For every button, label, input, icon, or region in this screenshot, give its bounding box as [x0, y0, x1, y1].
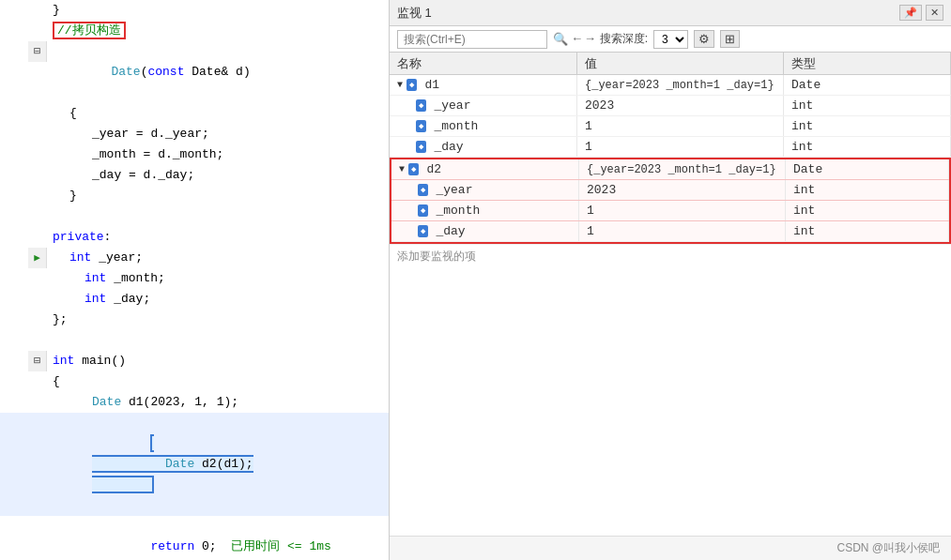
- watch-controls: 📌 ✕: [899, 5, 943, 21]
- code-line-main: ⊟ int main(): [0, 351, 389, 371]
- depth-select[interactable]: 3 1 2 4 5: [653, 30, 688, 49]
- code-line-month: int _month;: [0, 268, 389, 289]
- col-value: 值: [577, 53, 784, 74]
- code-line: }: [0, 0, 389, 21]
- td-d2year-value: 2023: [579, 180, 786, 200]
- code-line-d1: Date d1(2023, 1, 1);: [0, 392, 389, 413]
- arrow-left-icon[interactable]: ←: [574, 32, 581, 46]
- code-line-return: return 0; 已用时间 <= 1ms: [0, 516, 389, 560]
- table-header: 名称 值 类型: [390, 53, 951, 75]
- add-watch-row[interactable]: 添加要监视的项: [390, 244, 951, 268]
- comment-highlight: //拷贝构造: [53, 22, 126, 39]
- d2-type-badge: ◆: [408, 163, 419, 175]
- code-line-private: private:: [0, 227, 389, 248]
- code-line-copy-ctor: ⊟ Date(const Date& d): [0, 41, 389, 103]
- code-line: {: [0, 103, 389, 124]
- d2-highlight-group: ▼ ◆ d2 {_year=2023 _month=1 _day=1} Date…: [390, 158, 951, 244]
- td-d2-name: ▼ ◆ d2: [391, 159, 579, 179]
- watch-table: 名称 值 类型 ▼ ◆ d1 {_year=2023 _month=1 _day…: [390, 53, 951, 536]
- watch-panel: 监视 1 📌 ✕ 🔍 ← → 搜索深度: 3 1 2 4 5 ⚙ ⊞ 名称 值 …: [390, 0, 951, 560]
- table-row-d2-day[interactable]: ◆ _day 1 int: [391, 221, 949, 242]
- code-line: };: [0, 310, 389, 330]
- code-line-comment: //拷贝构造: [0, 21, 389, 41]
- td-d2month-type: int: [786, 201, 949, 220]
- watch-header: 监视 1 📌 ✕: [390, 0, 951, 26]
- code-content: } //拷贝构造 ⊟ Date(const Date& d) {: [0, 0, 389, 560]
- td-d1-name: ▼ ◆ d1: [390, 75, 577, 95]
- code-panel: } //拷贝构造 ⊟ Date(const Date& d) {: [0, 0, 390, 560]
- d2month-badge: ◆: [418, 204, 428, 217]
- d2day-badge: ◆: [418, 225, 428, 237]
- td-d1year-name: ◆ _year: [390, 96, 577, 115]
- d2year-badge: ◆: [418, 184, 428, 196]
- collapse-minus-main-icon[interactable]: ⊟: [34, 351, 40, 371]
- table-row-d1-day[interactable]: ◆ _day 1 int: [390, 137, 951, 158]
- footer-credit: CSDN @叫我小侯吧: [836, 540, 940, 556]
- table-row-d1-year[interactable]: ◆ _year 2023 int: [390, 96, 951, 116]
- td-d1month-type: int: [784, 116, 951, 136]
- d1year-badge: ◆: [416, 99, 426, 112]
- watch-refresh-button[interactable]: ⊞: [720, 30, 740, 48]
- code-line: }: [0, 186, 389, 206]
- td-d2-type: Date: [786, 159, 949, 179]
- footer: CSDN @叫我小侯吧: [390, 536, 951, 560]
- td-d1month-value: 1: [577, 116, 784, 136]
- td-d1-value: {_year=2023 _month=1 _day=1}: [577, 75, 784, 95]
- table-row-d1-month[interactable]: ◆ _month 1 int: [390, 116, 951, 137]
- search-icon: 🔍: [553, 32, 568, 47]
- arrow-right-icon[interactable]: →: [587, 32, 594, 46]
- td-d2-value: {_year=2023 _month=1 _day=1}: [579, 159, 786, 179]
- td-d1day-value: 1: [577, 137, 784, 157]
- watch-title: 监视 1: [397, 5, 432, 22]
- td-d2year-name: ◆ _year: [391, 180, 579, 200]
- code-line: _year = d._year;: [0, 124, 389, 144]
- d1month-badge: ◆: [416, 120, 426, 132]
- td-d1-type: Date: [784, 75, 951, 95]
- td-d2day-type: int: [786, 221, 949, 241]
- execution-arrow-icon: ▶: [34, 248, 40, 268]
- table-row-d2-month[interactable]: ◆ _month 1 int: [391, 201, 949, 221]
- td-d2day-value: 1: [579, 221, 786, 241]
- watch-close-button[interactable]: ✕: [926, 5, 943, 21]
- code-line-d2-current: Date d2(d1);: [0, 413, 389, 516]
- code-line: _month = d._month;: [0, 144, 389, 165]
- search-input[interactable]: [397, 30, 547, 49]
- code-line: _day = d._day;: [0, 165, 389, 186]
- code-line-empty: [0, 330, 389, 351]
- depth-label: 搜索深度:: [600, 31, 648, 47]
- col-name: 名称: [390, 53, 577, 74]
- td-d2year-type: int: [786, 180, 949, 200]
- code-line-empty: [0, 206, 389, 227]
- code-line: {: [0, 371, 389, 392]
- table-row-d2[interactable]: ▼ ◆ d2 {_year=2023 _month=1 _day=1} Date: [391, 159, 949, 180]
- td-d1day-name: ◆ _day: [390, 137, 577, 157]
- code-line-day: int _day;: [0, 289, 389, 310]
- td-d1year-type: int: [784, 96, 951, 115]
- code-line-year: ▶ int _year;: [0, 248, 389, 268]
- watch-pin-button[interactable]: 📌: [899, 5, 922, 21]
- current-line-highlight: Date d2(d1);: [92, 434, 253, 493]
- td-d1year-value: 2023: [577, 96, 784, 115]
- watch-settings-button[interactable]: ⚙: [694, 30, 714, 48]
- d1-type-badge: ◆: [406, 79, 417, 91]
- table-row-d2-year[interactable]: ◆ _year 2023 int: [391, 180, 949, 201]
- td-d2month-value: 1: [579, 201, 786, 220]
- td-d1day-type: int: [784, 137, 951, 157]
- td-d1month-name: ◆ _month: [390, 116, 577, 136]
- table-row-d1[interactable]: ▼ ◆ d1 {_year=2023 _month=1 _day=1} Date: [390, 75, 951, 96]
- td-d2day-name: ◆ _day: [391, 221, 579, 241]
- search-bar: 🔍 ← → 搜索深度: 3 1 2 4 5 ⚙ ⊞: [390, 26, 951, 53]
- td-d2month-name: ◆ _month: [391, 201, 579, 220]
- expand-d2-icon[interactable]: ▼: [399, 164, 405, 174]
- collapse-minus-icon[interactable]: ⊟: [34, 41, 40, 62]
- d1day-badge: ◆: [416, 141, 426, 153]
- expand-d1-icon[interactable]: ▼: [397, 80, 403, 90]
- col-type: 类型: [784, 53, 951, 74]
